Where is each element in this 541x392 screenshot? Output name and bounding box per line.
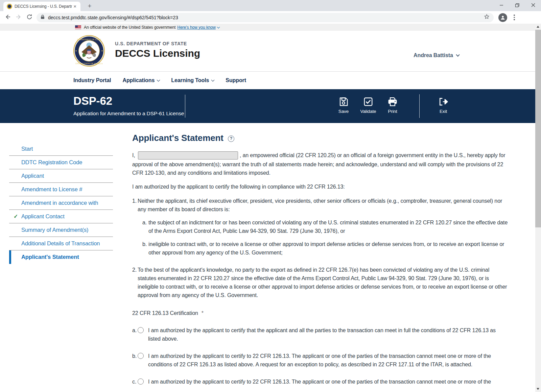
certification-option-b: b. I am authorized by the applicant to c… (132, 352, 508, 369)
url-text: deccs.test.pmddtc.state.gov/licensing/#/… (48, 15, 178, 20)
exit-icon (438, 97, 449, 107)
help-icon[interactable]: ? (228, 136, 234, 142)
certification-label: 22 CFR 126.13 Certification* (132, 309, 508, 317)
compliance-intro: I am authorized by the applicant to cert… (132, 182, 508, 191)
nav-support[interactable]: Support (226, 77, 246, 83)
certification-option-c: c. I am authorized by the applicant to c… (132, 377, 508, 386)
back-icon[interactable] (5, 14, 11, 21)
form-id: DSP-62 (73, 95, 112, 107)
divider (185, 95, 185, 118)
browser-tabstrip: DECCS Licensing - U.S. Departme × + (0, 0, 541, 11)
sidebar-item-additional-details[interactable]: Additional Details of Transaction (9, 237, 113, 250)
gov-banner-text: An official website of the United States… (84, 25, 175, 30)
empowered-official-name-field[interactable] (138, 151, 238, 160)
window-restore-button[interactable] (509, 0, 525, 10)
save-button[interactable]: Save (333, 97, 354, 114)
cert-option-b-radio[interactable] (138, 353, 144, 359)
cert-option-c-radio[interactable] (138, 378, 144, 385)
page-scrollbar[interactable] (535, 24, 541, 392)
forward-icon[interactable] (16, 14, 22, 21)
condition-item-1b: b. ineligible to contract with, or to re… (142, 240, 508, 257)
department-of-state-seal: DEPARTMENT OF STATE UNITED STATES OF AME… (73, 35, 105, 68)
profile-avatar-icon[interactable] (498, 13, 507, 22)
chevron-down-icon (211, 78, 215, 81)
validate-icon (363, 97, 373, 107)
gov-banner: An official website of the United States… (0, 24, 541, 31)
page-viewport: An official website of the United States… (0, 24, 541, 392)
window-minimize-button[interactable] (493, 0, 509, 10)
site-favicon (7, 4, 12, 9)
statement-paragraph: I,, an empowered official (22 CFR 120.25… (132, 151, 508, 177)
site-header: DEPARTMENT OF STATE UNITED STATES OF AME… (0, 31, 541, 89)
form-subtitle: Application for Amendment to a DSP-61 Li… (73, 111, 184, 117)
condition-item-2: 2. To the best of the applicant's knowle… (132, 266, 508, 299)
sidebar-item-amendment-in-accordance-with[interactable]: Amendment in accordance with (9, 196, 113, 210)
sidebar-item-applicant[interactable]: Applicant (9, 169, 113, 183)
scroll-up-icon[interactable] (537, 26, 539, 28)
applicants-statement-section: Applicant's Statement ? I,, an empowered… (132, 134, 508, 386)
gov-banner-link[interactable]: Here's how you know (177, 25, 216, 30)
agency-name: U.S. DEPARTMENT OF STATE (115, 41, 187, 46)
exit-button[interactable]: Exit (432, 97, 454, 114)
browser-menu-icon[interactable] (511, 15, 517, 20)
check-icon: ✓ (14, 210, 18, 223)
sidebar-item-start[interactable]: Start (9, 142, 113, 156)
main-nav: Industry Portal Applications Learning To… (0, 72, 541, 89)
conditions-list: 1. Neither the applicant, its chief exec… (132, 197, 508, 299)
page-title: Applicant's Statement ? (132, 134, 508, 142)
condition-item-1: 1. Neither the applicant, its chief exec… (132, 197, 508, 214)
tab-title: DECCS Licensing - U.S. Departme (15, 4, 72, 9)
condition-item-1a: a. the subject of an indictment for or h… (142, 218, 508, 235)
chevron-down-icon (157, 78, 160, 81)
divider (419, 94, 420, 118)
window-close-button[interactable] (525, 0, 541, 10)
print-button[interactable]: Print (382, 97, 403, 114)
sidebar-item-applicant-contact[interactable]: ✓ Applicant Contact (9, 210, 113, 223)
nav-applications[interactable]: Applications (122, 77, 160, 83)
chevron-down-icon (217, 25, 220, 28)
browser-tab[interactable]: DECCS Licensing - U.S. Departme × (3, 2, 80, 11)
user-menu[interactable]: Andrea Battista (414, 52, 459, 58)
scroll-down-icon[interactable] (537, 388, 539, 390)
us-flag-icon (75, 25, 81, 29)
svg-text:UNITED STATES OF AMERICA: UNITED STATES OF AMERICA (75, 63, 103, 65)
bookmark-star-icon[interactable] (484, 14, 490, 21)
nav-industry-portal[interactable]: Industry Portal (73, 77, 111, 83)
browser-urlbar: deccs.test.pmddtc.state.gov/licensing/#/… (0, 11, 541, 24)
reload-icon[interactable] (26, 14, 32, 21)
sidebar-item-ddtc-registration-code[interactable]: DDTC Registration Code (9, 156, 113, 169)
form-step-sidebar: Start DDTC Registration Code Applicant A… (9, 142, 113, 264)
required-asterisk: * (202, 310, 204, 316)
sidebar-item-applicants-statement[interactable]: Applicant's Statement (9, 250, 113, 264)
save-icon (338, 97, 349, 107)
print-icon (387, 97, 398, 107)
svg-text:DEPARTMENT OF STATE: DEPARTMENT OF STATE (77, 38, 101, 41)
cert-option-a-radio[interactable] (138, 327, 144, 333)
sidebar-item-amendment-to-license[interactable]: Amendment to License # (9, 183, 113, 196)
statement-prefix: I, (132, 152, 135, 158)
chevron-down-icon (456, 53, 460, 56)
tab-close-icon[interactable]: × (72, 4, 78, 9)
app-title: DECCS Licensing (115, 48, 200, 59)
scrollbar-thumb[interactable] (535, 30, 541, 227)
sidebar-item-summary-of-amendments[interactable]: Summary of Amendment(s) (9, 223, 113, 237)
user-name: Andrea Battista (414, 52, 453, 58)
new-tab-button[interactable]: + (86, 3, 93, 9)
address-bar[interactable]: deccs.test.pmddtc.state.gov/licensing/#/… (37, 13, 494, 22)
form-banner: DSP-62 Application for Amendment to a DS… (0, 89, 541, 123)
validate-button[interactable]: Validate (357, 97, 379, 114)
nav-learning-tools[interactable]: Learning Tools (171, 77, 214, 83)
certification-option-a: a. I am authorized by the applicant to c… (132, 326, 508, 343)
lock-icon (41, 15, 45, 21)
condition-1-sublist: a. the subject of an indictment for or h… (142, 218, 508, 257)
